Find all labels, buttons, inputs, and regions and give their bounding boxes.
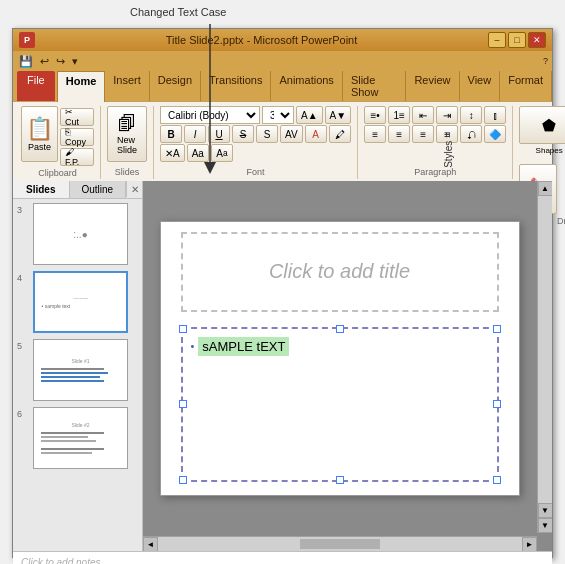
font-color-button[interactable]: A — [305, 125, 327, 143]
paragraph-label: Paragraph — [364, 165, 506, 177]
tab-transitions[interactable]: Transitions — [201, 71, 271, 101]
slide-5-title: Slide #1 — [69, 356, 91, 366]
increase-font-button[interactable]: A▲ — [296, 106, 323, 124]
tab-format[interactable]: Format — [500, 71, 552, 101]
paste-button[interactable]: 📋 Paste — [21, 106, 58, 162]
scroll-down-button[interactable]: ▼ — [538, 503, 553, 518]
columns-button[interactable]: ⫿ — [484, 106, 506, 124]
decrease-font-button[interactable]: A▼ — [325, 106, 352, 124]
slide-4-content: • sample text — [40, 303, 122, 309]
handle-top-right[interactable] — [493, 325, 501, 333]
main-workspace: Slides Outline ✕ 3 :..● 4 — [13, 181, 552, 551]
text-direction-button[interactable]: ⮏ — [460, 125, 482, 143]
slide-4-title: --------- — [40, 295, 122, 303]
tab-review[interactable]: Review — [406, 71, 459, 101]
cut-button[interactable]: ✂ Cut — [60, 108, 94, 126]
decrease-indent-button[interactable]: ⇤ — [412, 106, 434, 124]
font-name-select[interactable]: Calibri (Body) — [160, 106, 260, 124]
shapes-panel[interactable]: ⬟ — [519, 106, 565, 144]
char-spacing-button[interactable]: AV — [280, 125, 303, 143]
slides-label: Slides — [107, 165, 147, 177]
clear-format-button[interactable]: ✕A — [160, 144, 185, 162]
handle-top-middle[interactable] — [336, 325, 344, 333]
maximize-button[interactable]: □ — [508, 32, 526, 48]
bold-button[interactable]: B — [160, 125, 182, 143]
sample-text[interactable]: sAMPLE tEXT — [198, 337, 289, 356]
close-button[interactable]: ✕ — [528, 32, 546, 48]
align-right-button[interactable]: ≡ — [412, 125, 434, 143]
slide-thumbnail-3[interactable]: 3 :..● — [17, 203, 138, 265]
change-case-button[interactable]: Aa — [187, 144, 209, 162]
text-highlight-button[interactable]: 🖍 — [329, 125, 351, 143]
slide-canvas[interactable]: Click to add title — [160, 221, 520, 496]
slide-image-5[interactable]: Slide #1 — [33, 339, 128, 401]
font-group: Calibri (Body) 32 A▲ A▼ B I U S S AV A — [156, 106, 358, 179]
redo-button[interactable]: ↪ — [54, 54, 67, 69]
slide-thumbnail-5[interactable]: 5 Slide #1 — [17, 339, 138, 401]
text-shadow-button[interactable]: S — [256, 125, 278, 143]
horizontal-scrollbar[interactable]: ◄ ► — [143, 536, 537, 551]
italic-button[interactable]: I — [184, 125, 206, 143]
line-spacing-button[interactable]: ↕ — [460, 106, 482, 124]
numbering-button[interactable]: 1≡ — [388, 106, 410, 124]
content-text-row: • sAMPLE tEXT — [191, 337, 489, 356]
tab-animations[interactable]: Animations — [271, 71, 342, 101]
slides-panel: Slides Outline ✕ 3 :..● 4 — [13, 181, 143, 551]
tab-view[interactable]: View — [460, 71, 501, 101]
help-button[interactable]: ? — [543, 56, 548, 66]
scroll-down-button2[interactable]: ▼ — [538, 518, 553, 533]
format-painter-button[interactable]: 🖌 F.P. — [60, 148, 94, 166]
new-slide-button[interactable]: 🗐 NewSlide — [107, 106, 147, 162]
increase-indent-button[interactable]: ⇥ — [436, 106, 458, 124]
handle-top-left[interactable] — [179, 325, 187, 333]
font-size-input[interactable]: Aa — [211, 144, 233, 162]
align-left-button[interactable]: ≡ — [364, 125, 386, 143]
canvas-area: Click to add title — [143, 181, 552, 551]
slide-image-4[interactable]: --------- • sample text — [33, 271, 128, 333]
customize-qat-button[interactable]: ▾ — [70, 54, 80, 69]
content-textbox[interactable]: • sAMPLE tEXT — [181, 327, 499, 482]
handle-bottom-right[interactable] — [493, 476, 501, 484]
shapes-icon: ⬟ — [542, 116, 556, 135]
scroll-left-button[interactable]: ◄ — [143, 537, 158, 552]
tab-insert[interactable]: Insert — [105, 71, 150, 101]
tab-slide-show[interactable]: Slide Show — [343, 71, 407, 101]
font-size-select[interactable]: 32 — [262, 106, 294, 124]
vertical-scrollbar[interactable]: ▲ ▼ ▼ — [537, 181, 552, 533]
slides-list: 3 :..● 4 --------- • sample text — [13, 199, 142, 551]
underline-button[interactable]: U — [208, 125, 230, 143]
convert-to-smartart[interactable]: 🔷 — [484, 125, 506, 143]
handle-bottom-middle[interactable] — [336, 476, 344, 484]
scroll-thumb-h[interactable] — [300, 539, 380, 549]
slide-thumbnail-4[interactable]: 4 --------- • sample text — [17, 271, 138, 333]
scroll-right-button[interactable]: ► — [522, 537, 537, 552]
slide-image-6[interactable]: Slide #2 — [33, 407, 128, 469]
scroll-up-button[interactable]: ▲ — [538, 181, 553, 196]
save-qat-button[interactable]: 💾 — [17, 54, 35, 69]
annotation-text: Changed Text Case — [130, 6, 226, 18]
outline-tab[interactable]: Outline — [70, 181, 127, 198]
font-label: Font — [160, 165, 351, 177]
slide-6-line2 — [41, 436, 89, 438]
tab-file[interactable]: File — [17, 71, 55, 101]
align-center-button[interactable]: ≡ — [388, 125, 410, 143]
copy-button[interactable]: ⎘ Copy — [60, 128, 94, 146]
slides-tab[interactable]: Slides — [13, 181, 70, 198]
slide-image-3[interactable]: :..● — [33, 203, 128, 265]
clipboard-label: Clipboard — [21, 166, 94, 178]
minimize-button[interactable]: – — [488, 32, 506, 48]
panel-close-button[interactable]: ✕ — [126, 181, 142, 197]
slide-6-line4 — [41, 448, 105, 450]
tab-design[interactable]: Design — [150, 71, 201, 101]
bullets-button[interactable]: ≡• — [364, 106, 386, 124]
handle-middle-left[interactable] — [179, 400, 187, 408]
title-placeholder[interactable]: Click to add title — [181, 232, 499, 312]
title-bar: P Title Slide2.pptx - Microsoft PowerPoi… — [13, 29, 552, 51]
notes-area[interactable]: Click to add notes — [13, 551, 552, 564]
handle-bottom-left[interactable] — [179, 476, 187, 484]
strikethrough-button[interactable]: S — [232, 125, 254, 143]
handle-middle-right[interactable] — [493, 400, 501, 408]
tab-home[interactable]: Home — [57, 71, 106, 102]
slide-thumbnail-6[interactable]: 6 Slide #2 — [17, 407, 138, 469]
undo-button[interactable]: ↩ — [38, 54, 51, 69]
